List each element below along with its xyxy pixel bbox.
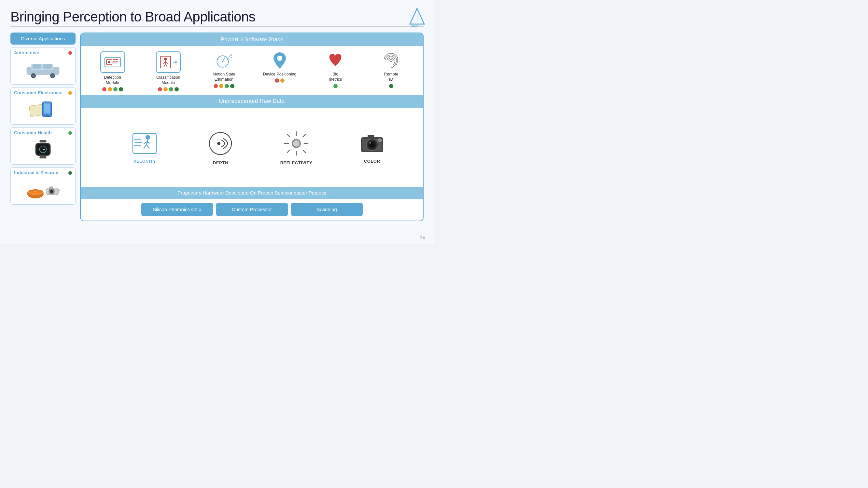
svg-rect-15 (40, 140, 46, 142)
svg-line-61 (144, 142, 147, 144)
industrial-security-label: Industrial & Security (14, 170, 58, 175)
svg-line-40 (163, 62, 165, 63)
device-positioning-icon (271, 52, 289, 70)
classification-label: ClassificationModule (156, 75, 180, 86)
color-item: COLOR (351, 132, 393, 164)
classification-module: ClassificationModule (146, 52, 191, 91)
svg-rect-30 (57, 189, 60, 191)
svg-line-63 (144, 144, 147, 148)
custom-processor-button[interactable]: Custom Processor (216, 203, 288, 216)
consumer-electronics-label: Consumer Electronics (14, 90, 63, 95)
svg-line-43 (165, 64, 167, 67)
motion-state-label: Motion StateEstimation (213, 72, 236, 82)
depth-label: DEPTH (213, 160, 228, 165)
right-panel: Powerful Software Stack De (80, 33, 424, 221)
industrial-security-card[interactable]: Industrial & Security 2547 (10, 167, 75, 205)
reflectivity-icon (283, 130, 309, 158)
classification-icon-box (156, 52, 181, 73)
svg-rect-13 (43, 103, 51, 113)
reflectivity-label: REFLECTIVITY (280, 160, 312, 165)
biometrics-icon (326, 52, 344, 70)
svg-line-64 (147, 144, 149, 148)
svg-rect-6 (43, 64, 52, 69)
remote-id-icon (382, 52, 400, 70)
svg-rect-5 (33, 64, 42, 69)
svg-point-69 (217, 142, 220, 145)
velocity-icon (131, 132, 158, 156)
biometrics-module: Biometrics (313, 52, 358, 88)
software-stack-content: DetectionModule (81, 46, 423, 95)
raw-data-header: Unprecedented Raw Data (81, 95, 423, 108)
device-positioning-module: Device Positioning (257, 52, 303, 83)
device-positioning-dots (275, 78, 284, 83)
biometrics-dots (333, 84, 338, 88)
scanning-button[interactable]: Scanning (291, 203, 363, 216)
diverse-applications-header: Diverse Applications (10, 33, 75, 44)
detection-dots (102, 87, 123, 91)
svg-line-42 (164, 64, 165, 67)
color-icon (359, 132, 385, 156)
svg-point-28 (50, 189, 53, 193)
left-panel: Diverse Applications Automotive (10, 33, 75, 221)
automotive-header: Automotive (14, 50, 72, 55)
content-area: Diverse Applications Automotive (10, 33, 424, 221)
svg-line-48 (223, 57, 225, 62)
page-number: 24 (420, 235, 425, 240)
detection-label: DetectionModule (104, 75, 121, 86)
svg-line-53 (230, 57, 232, 58)
automotive-image (14, 57, 72, 82)
page-title: Bringing Perception to Broad Application… (10, 9, 424, 25)
svg-line-79 (287, 150, 290, 153)
consumer-electronics-card[interactable]: Consumer Electronics (10, 87, 75, 125)
depth-item: DEPTH (199, 130, 242, 165)
svg-point-86 (378, 139, 381, 142)
consumer-health-image (14, 137, 72, 162)
consumer-electronics-image (14, 97, 72, 122)
hardware-buttons: Silicon Photonics Chip Custom Processor … (81, 199, 423, 221)
detection-module: DetectionModule (90, 52, 135, 91)
svg-point-8 (32, 74, 34, 77)
biometrics-label: Biometrics (329, 72, 342, 82)
motion-state-dots (214, 84, 235, 88)
svg-rect-16 (40, 156, 46, 158)
velocity-item: VELOCITY (123, 132, 166, 164)
remote-id-dots (389, 84, 393, 88)
svg-line-52 (229, 55, 231, 56)
color-label: COLOR (364, 159, 380, 164)
automotive-dot (68, 51, 72, 55)
svg-marker-45 (175, 61, 177, 64)
silicon-photonics-button[interactable]: Silicon Photonics Chip (141, 203, 213, 216)
aeva-logo: AEVA (409, 8, 425, 29)
detection-icon-box (100, 52, 125, 73)
svg-rect-14 (45, 115, 49, 116)
motion-state-module: Motion StateEstimation (201, 52, 247, 88)
svg-point-59 (146, 135, 150, 139)
velocity-label: VELOCITY (133, 159, 156, 164)
svg-text:AEVA: AEVA (411, 24, 418, 27)
svg-point-71 (293, 140, 300, 147)
svg-rect-87 (368, 135, 374, 138)
motion-state-icon (215, 52, 233, 70)
consumer-electronics-dot (68, 91, 72, 95)
slide: AEVA Bringing Perception to Broad Applic… (0, 0, 434, 244)
remote-id-module: RemoteID (368, 52, 414, 88)
hardware-header: Proprietary Hardware Developed On Proven… (81, 187, 423, 199)
svg-point-38 (164, 58, 167, 61)
classification-dots (158, 87, 179, 91)
svg-point-10 (52, 74, 54, 77)
industrial-security-dot (68, 171, 72, 175)
svg-point-85 (369, 142, 371, 144)
title-divider (10, 26, 424, 27)
software-stack-header: Powerful Software Stack (81, 33, 423, 46)
industrial-security-header: Industrial & Security (14, 170, 72, 175)
device-positioning-label: Device Positioning (263, 72, 297, 77)
consumer-health-card[interactable]: Consumer Health (10, 127, 75, 165)
svg-line-76 (287, 134, 290, 137)
svg-rect-11 (29, 104, 44, 117)
automotive-card[interactable]: Automotive (10, 47, 75, 85)
svg-point-57 (390, 59, 392, 62)
consumer-health-header: Consumer Health (14, 130, 72, 135)
svg-line-77 (303, 150, 305, 153)
depth-icon (207, 130, 234, 158)
svg-point-56 (277, 56, 282, 61)
